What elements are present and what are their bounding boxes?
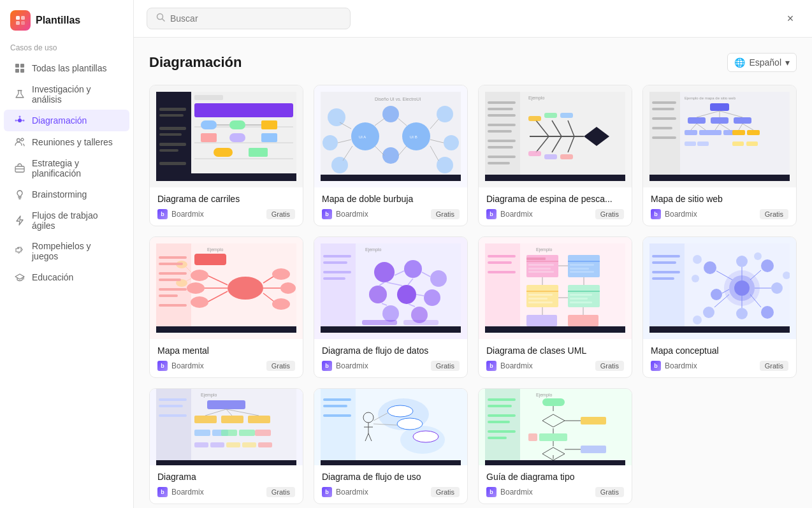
card-author: b Boardmix (486, 361, 533, 371)
sidebar-item-brainstorm[interactable]: Brainstorming (4, 184, 129, 205)
free-badge: Gratis (760, 209, 788, 219)
thumbnail-burbuja: Diseño UI vs. ElectroUI UI A UI B (314, 85, 467, 187)
svg-rect-4 (15, 64, 19, 68)
svg-rect-210 (570, 298, 588, 300)
card-meta: b Boardmix Gratis (157, 209, 295, 219)
svg-rect-115 (697, 142, 709, 146)
free-badge: Gratis (431, 487, 460, 497)
free-badge: Gratis (595, 209, 624, 219)
beaker-icon (14, 89, 25, 100)
svg-rect-42 (159, 108, 186, 111)
svg-point-16 (17, 139, 20, 142)
svg-rect-35 (201, 133, 217, 142)
svg-rect-116 (732, 142, 744, 146)
svg-text:Ejemplo: Ejemplo (201, 393, 217, 398)
svg-rect-158 (159, 288, 187, 291)
template-card-sitio[interactable]: Ejemplo de mapa de sitio web (642, 85, 797, 226)
svg-point-146 (191, 296, 208, 308)
template-card-espina[interactable]: Ejemplo (478, 85, 632, 226)
svg-point-234 (761, 306, 774, 319)
sidebar-item-research[interactable]: Investigación y análisis (4, 79, 129, 110)
svg-rect-34 (261, 120, 277, 129)
svg-rect-157 (159, 279, 181, 281)
template-card-carriles[interactable]: Diagrama de carriles b Boardmix Gratis (149, 85, 303, 226)
svg-rect-99 (488, 162, 510, 164)
card-meta: b Boardmix Gratis (486, 209, 624, 219)
svg-rect-130 (652, 127, 672, 129)
svg-point-170 (424, 289, 440, 306)
svg-rect-76 (485, 92, 520, 181)
card-info-flujo-datos: Diagrama de flujo de datos b Boardmix Gr… (314, 339, 467, 377)
card-title: Diagrama de espina de pesca... (486, 194, 624, 204)
template-card-burbuja[interactable]: Diseño UI vs. ElectroUI UI A UI B (314, 85, 468, 226)
search-input[interactable] (170, 13, 341, 24)
topbar: × (134, 0, 812, 38)
search-box[interactable] (147, 8, 351, 29)
template-card-mental[interactable]: Ejemplo (149, 236, 303, 378)
thumbnail-carriles (150, 85, 303, 187)
svg-rect-33 (229, 120, 245, 129)
svg-rect-309 (581, 446, 606, 453)
card-author: b Boardmix (157, 487, 204, 497)
svg-point-231 (703, 307, 714, 318)
free-badge: Gratis (431, 209, 460, 219)
thumbnail-sitio: Ejemplo de mapa de sitio web (643, 85, 796, 187)
svg-text:Ejemplo: Ejemplo (536, 247, 552, 252)
svg-rect-200 (570, 268, 589, 270)
sidebar-item-diagram-label: Diagramación (32, 115, 87, 126)
diagram-icon (14, 115, 25, 126)
svg-rect-1 (21, 16, 25, 20)
sidebar-item-all[interactable]: Todas las plantillas (4, 57, 129, 79)
svg-rect-44 (159, 127, 186, 130)
card-title: Mapa conceptual (651, 345, 788, 356)
svg-point-248 (754, 252, 762, 260)
svg-rect-131 (652, 136, 676, 139)
language-selector[interactable]: 🌐 Español ▾ (727, 53, 797, 72)
svg-point-137 (228, 277, 263, 300)
sidebar-item-strategy-label: Estrategia y planificación (32, 158, 119, 178)
sidebar-item-strategy[interactable]: Estrategia y planificación (4, 153, 129, 184)
svg-text:Ejemplo: Ejemplo (365, 247, 381, 252)
svg-rect-74 (321, 175, 461, 181)
svg-rect-48 (159, 162, 186, 165)
svg-rect-45 (159, 133, 182, 136)
bulb-icon (14, 189, 25, 200)
svg-rect-267 (194, 442, 208, 447)
free-badge: Gratis (431, 361, 460, 371)
close-button[interactable]: × (781, 10, 799, 27)
svg-rect-110 (709, 130, 721, 135)
template-card-flujo-datos[interactable]: Ejemplo (314, 236, 468, 378)
svg-rect-161 (156, 326, 296, 333)
template-card-diagrama3[interactable]: Diagrama de flujo de uso b Boardmix Grat… (314, 388, 468, 504)
svg-rect-206 (528, 301, 553, 303)
svg-point-58 (331, 157, 348, 173)
svg-point-232 (761, 259, 774, 272)
svg-rect-197 (568, 255, 600, 277)
svg-rect-262 (194, 430, 210, 436)
svg-point-62 (382, 106, 399, 122)
app-name: Plantillas (36, 15, 80, 26)
sidebar-item-diagram[interactable]: Diagramación (4, 110, 129, 131)
svg-rect-155 (159, 263, 183, 265)
template-card-conceptual[interactable]: Mapa conceptual b Boardmix Gratis (642, 236, 797, 378)
template-card-diagrama2[interactable]: Ejemplo (149, 388, 303, 504)
template-card-diagrama4[interactable]: Ejemplo (478, 388, 632, 504)
svg-rect-93 (488, 114, 516, 117)
sidebar-item-agile[interactable]: Flujos de trabjao ágiles (4, 205, 129, 236)
card-info-diagrama2: Diagrama b Boardmix Gratis (150, 465, 303, 504)
svg-point-229 (704, 261, 716, 274)
sidebar-item-education[interactable]: Educación (4, 266, 129, 288)
svg-rect-185 (323, 271, 351, 273)
svg-rect-196 (528, 271, 554, 273)
svg-rect-129 (652, 117, 676, 120)
svg-rect-300 (542, 398, 565, 406)
sidebar-item-meetings[interactable]: Reuniones y talleres (4, 131, 129, 153)
svg-rect-295 (323, 414, 351, 417)
svg-point-12 (15, 120, 17, 122)
svg-point-246 (692, 275, 699, 282)
template-card-clases[interactable]: Ejemplo (478, 236, 632, 378)
sidebar-item-games[interactable]: Rompehielos y juegos (4, 236, 129, 266)
card-author: b Boardmix (322, 209, 368, 219)
svg-rect-222 (488, 271, 516, 273)
svg-rect-223 (485, 326, 625, 333)
